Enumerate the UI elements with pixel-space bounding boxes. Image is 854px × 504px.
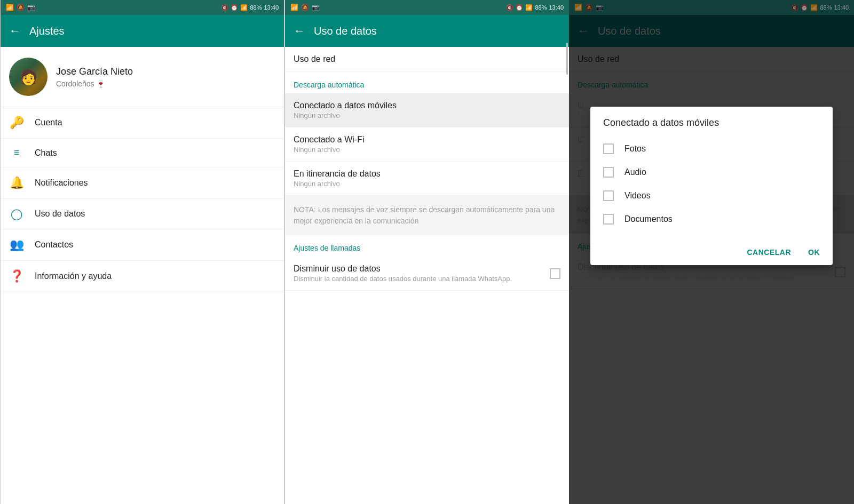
wifi-icon: 📶 — [240, 4, 248, 11]
contactos-label: Contactos — [35, 240, 73, 250]
alarm-icon: ⏰ — [231, 4, 238, 11]
battery-text-2: 88% — [535, 4, 547, 11]
avatar: 🧑 — [9, 58, 48, 96]
menu-item-cuenta[interactable]: 🔑 Cuenta — [1, 107, 284, 139]
back-button-2[interactable]: ← — [294, 24, 305, 38]
status-right: 🔇 ⏰ 📶 88% 13:40 — [221, 4, 279, 11]
app-bar-ajustes: ← Ajustes — [1, 15, 284, 47]
mute-icon: 🔕 — [17, 4, 25, 11]
profile-status: Cordoleños 🍷 — [56, 79, 133, 88]
uso-datos-icon: ◯ — [9, 207, 24, 220]
menu-item-uso-datos[interactable]: ◯ Uso de datos — [1, 199, 284, 229]
panel-ajustes: 📶 🔕 📷 🔇 ⏰ 📶 88% 13:40 ← Ajustes 🧑 Jose G… — [0, 0, 284, 504]
title-uso-datos: Uso de datos — [314, 25, 377, 37]
ok-button[interactable]: OK — [804, 244, 824, 261]
ayuda-icon: ❓ — [9, 269, 24, 283]
videos-label: Videos — [624, 191, 651, 201]
cuenta-icon: 🔑 — [9, 116, 24, 130]
ayuda-label: Información y ayuda — [35, 271, 112, 281]
dialog-option-audio[interactable]: Audio — [590, 161, 833, 184]
uso-red-item[interactable]: Uso de red — [285, 47, 569, 72]
status-bar-2: 📶 🔕 📷 🔇 ⏰ 📶 88% 13:40 — [285, 0, 569, 15]
audio-checkbox[interactable] — [603, 167, 614, 178]
wifi-left: Conectado a Wi-Fi Ningún archivo — [294, 135, 365, 154]
wifi-subtitle: Ningún archivo — [294, 146, 365, 154]
fotos-checkbox[interactable] — [603, 143, 614, 154]
profile-name: Jose García Nieto — [56, 66, 133, 77]
scrollbar-indicator — [566, 43, 568, 75]
uso-datos-content: Uso de red Descarga automática Conectado… — [285, 47, 569, 504]
disminuir-datos-item[interactable]: Disminuir uso de datos Disminuir la cant… — [285, 257, 569, 291]
cancel-button[interactable]: CANCELAR — [742, 244, 795, 261]
mute-icon-right-2: 🔇 — [506, 4, 513, 11]
menu-item-chats[interactable]: ≡ Chats — [1, 139, 284, 167]
uso-red-left: Uso de red — [294, 54, 335, 64]
moviles-title: Conectado a datos móviles — [294, 101, 397, 110]
uso-note: NOTA: Los mensajes de voz siempre se des… — [285, 196, 569, 235]
back-button-1[interactable]: ← — [9, 24, 21, 38]
itinerancia-subtitle: Ningún archivo — [294, 180, 381, 188]
profile-info: Jose García Nieto Cordoleños 🍷 — [56, 66, 133, 88]
ajustes-llamadas-header: Ajustes de llamadas — [285, 235, 569, 257]
itinerancia-title: En itinerancia de datos — [294, 169, 381, 179]
status-icons-left: 📶 🔕 📷 — [6, 4, 35, 11]
moviles-left: Conectado a datos móviles Ningún archivo — [294, 101, 397, 119]
chats-icon: ≡ — [9, 147, 24, 158]
signal-icon: 📶 — [6, 4, 14, 11]
alarm-icon-2: ⏰ — [516, 4, 523, 11]
avatar-image: 🧑 — [9, 58, 48, 96]
profile-section[interactable]: 🧑 Jose García Nieto Cordoleños 🍷 — [1, 47, 284, 107]
moviles-dialog: Conectado a datos móviles Fotos Audio Vi… — [590, 107, 833, 265]
battery-text: 88% — [250, 4, 262, 11]
itinerancia-left: En itinerancia de datos Ningún archivo — [294, 169, 381, 188]
menu-item-contactos[interactable]: 👥 Contactos — [1, 229, 284, 261]
disminuir-datos-checkbox[interactable] — [550, 268, 560, 279]
wifi-item[interactable]: Conectado a Wi-Fi Ningún archivo — [285, 127, 569, 162]
uso-note-text: NOTA: Los mensajes de voz siempre se des… — [294, 204, 560, 227]
videos-checkbox[interactable] — [603, 190, 614, 201]
fotos-label: Fotos — [624, 144, 646, 154]
notificaciones-label: Notificaciones — [35, 178, 88, 188]
title-ajustes: Ajustes — [29, 25, 65, 37]
contactos-icon: 👥 — [9, 238, 24, 252]
disminuir-datos-title: Disminuir uso de datos — [294, 264, 512, 274]
wifi-icon-2: 📶 — [525, 4, 533, 11]
menu-item-ayuda[interactable]: ❓ Información y ayuda — [1, 261, 284, 292]
camera-icon: 📷 — [27, 4, 35, 11]
mute-icon-right: 🔇 — [221, 4, 228, 11]
signal-icon-2: 📶 — [290, 4, 298, 11]
dialog-actions: CANCELAR OK — [590, 235, 833, 265]
dialog-option-videos[interactable]: Videos — [590, 184, 833, 207]
uso-red-title: Uso de red — [294, 54, 335, 64]
disminuir-datos-left: Disminuir uso de datos Disminuir la cant… — [294, 264, 512, 283]
menu-item-notificaciones[interactable]: 🔔 Notificaciones — [1, 167, 284, 199]
descarga-automatica-header: Descarga automática — [285, 72, 569, 93]
dialog-option-fotos[interactable]: Fotos — [590, 137, 833, 161]
documentos-checkbox[interactable] — [603, 214, 614, 225]
ajustes-content: 🧑 Jose García Nieto Cordoleños 🍷 🔑 Cuent… — [1, 47, 284, 504]
cuenta-label: Cuenta — [35, 118, 62, 127]
itinerancia-item[interactable]: En itinerancia de datos Ningún archivo — [285, 162, 569, 196]
status-icons-left-2: 📶 🔕 📷 — [290, 4, 320, 11]
documentos-label: Documentos — [624, 214, 673, 224]
moviles-subtitle: Ningún archivo — [294, 111, 397, 119]
status-bar-1: 📶 🔕 📷 🔇 ⏰ 📶 88% 13:40 — [1, 0, 284, 15]
notificaciones-icon: 🔔 — [9, 176, 24, 190]
dialog-title: Conectado a datos móviles — [590, 117, 833, 137]
status-right-2: 🔇 ⏰ 📶 88% 13:40 — [506, 4, 564, 11]
panel-uso-datos: 📶 🔕 📷 🔇 ⏰ 📶 88% 13:40 ← Uso de datos Uso… — [284, 0, 569, 504]
time-text: 13:40 — [264, 4, 279, 11]
app-bar-uso-datos: ← Uso de datos — [285, 15, 569, 47]
uso-datos-label: Uso de datos — [35, 209, 85, 219]
mute-icon-2: 🔕 — [301, 4, 309, 11]
chats-label: Chats — [35, 148, 57, 158]
panel-uso-datos-dialog: 📶 🔕 📷 🔇 ⏰ 📶 88% 13:40 ← Uso de datos Uso… — [569, 0, 854, 504]
camera-icon-2: 📷 — [312, 4, 320, 11]
dialog-option-documentos[interactable]: Documentos — [590, 207, 833, 231]
moviles-item[interactable]: Conectado a datos móviles Ningún archivo — [285, 93, 569, 127]
wifi-title: Conectado a Wi-Fi — [294, 135, 365, 145]
disminuir-datos-subtitle: Disminuir la cantidad de datos usados du… — [294, 275, 512, 283]
audio-label: Audio — [624, 167, 646, 177]
time-text-2: 13:40 — [549, 4, 564, 11]
